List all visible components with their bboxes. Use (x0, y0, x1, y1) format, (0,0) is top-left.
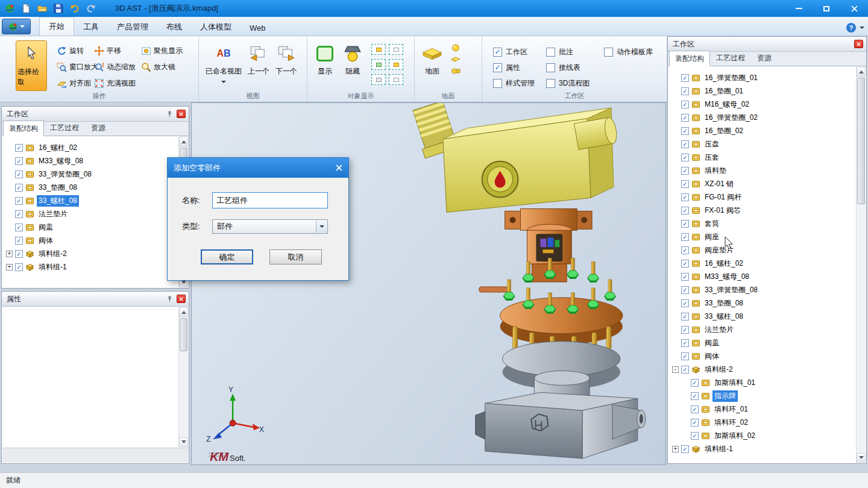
tree-item-label[interactable]: 压套 (703, 152, 721, 163)
expand-toggle-icon[interactable]: + (6, 251, 13, 257)
visibility-checkbox[interactable] (681, 220, 689, 228)
named-views-button[interactable]: AB 已命名视图 (203, 39, 245, 87)
tree-item-label[interactable]: 填料组-2 (37, 248, 69, 260)
toggle-annotations[interactable]: 批注 (546, 47, 604, 57)
tree-item-label[interactable]: M33_螺母_08 (37, 155, 85, 167)
tree-item[interactable]: 压套 (668, 151, 856, 164)
visibility-checkbox[interactable] (681, 233, 689, 241)
tree-item[interactable]: + 填料组-1 (2, 260, 178, 274)
visibility-checkbox[interactable] (691, 379, 699, 387)
close-button[interactable] (840, 0, 868, 17)
visibility-checkbox[interactable] (681, 352, 689, 360)
tree-item-label[interactable]: 33_螺柱_08 (37, 195, 79, 207)
tree-item-label[interactable]: 加斯填料_02 (712, 430, 757, 442)
align-face-button[interactable]: 对齐面 (55, 78, 93, 89)
tree-item-label[interactable]: 16_垫圈_02 (703, 125, 745, 137)
ok-button[interactable]: 确定 (201, 249, 253, 264)
help-icon[interactable]: ? (846, 23, 856, 33)
tree-item-label[interactable]: M16_螺母_02 (703, 99, 751, 110)
visibility-checkbox[interactable] (15, 237, 23, 245)
toggle-properties[interactable]: 属性 (493, 63, 546, 73)
tab-tools[interactable]: 工具 (74, 18, 108, 36)
display-mode-toggle[interactable] (389, 59, 403, 70)
tree-item-label[interactable]: 填料组-1 (37, 261, 69, 273)
tree-item[interactable]: 填料环_02 (668, 416, 856, 429)
tree-item[interactable]: 16_垫圈_02 (668, 124, 856, 137)
visibility-checkbox[interactable] (681, 260, 689, 267)
expand-toggle-icon[interactable]: + (6, 264, 13, 271)
visibility-checkbox[interactable] (681, 313, 689, 321)
tree-item[interactable]: 阀体 (2, 234, 178, 247)
tree-item[interactable]: 填料环_01 (668, 402, 856, 416)
display-mode-toggle[interactable] (371, 74, 386, 85)
visibility-checkbox[interactable] (691, 419, 699, 427)
ground-sphere-icon[interactable] (451, 44, 461, 52)
tree-item[interactable]: 16_弹簧垫圈_01 (668, 71, 856, 84)
visibility-checkbox[interactable] (15, 157, 23, 165)
visibility-checkbox[interactable] (15, 197, 23, 205)
visibility-checkbox[interactable] (691, 392, 699, 400)
toggle-wiring-table[interactable]: 接线表 (546, 63, 604, 73)
ground-button[interactable]: 地面 (418, 39, 446, 78)
tab-human-model[interactable]: 人体模型 (191, 18, 241, 36)
tree-item-label[interactable]: 指示牌 (712, 390, 738, 402)
toggle-3d-flowchart[interactable]: 3D流程图 (546, 78, 604, 89)
visibility-checkbox[interactable] (681, 207, 689, 214)
tab-web[interactable]: Web (241, 20, 275, 36)
tree-item[interactable]: 套筒 (668, 217, 856, 230)
dynamic-zoom-button[interactable]: 动态缩放 (93, 61, 140, 73)
tree-item-label[interactable]: 33_弹簧垫圈_08 (37, 169, 93, 180)
visibility-checkbox[interactable] (681, 114, 689, 122)
tree-item-label[interactable]: XZ-01 销 (703, 178, 735, 190)
display-mode-toggle[interactable] (389, 44, 403, 55)
tree-item-label[interactable]: 填料组-1 (703, 443, 735, 455)
dialog-title-bar[interactable]: 添加空零部件 (168, 158, 348, 178)
tree-item[interactable]: 指示牌 (668, 389, 856, 402)
tree-item[interactable]: 阀座垫片 (668, 243, 856, 257)
tree-item-label[interactable]: M33_螺母_08 (703, 271, 751, 283)
open-file-button[interactable] (35, 2, 49, 15)
tree-item[interactable]: M16_螺母_02 (668, 98, 856, 111)
tree-item[interactable]: 加斯填料_01 (668, 376, 856, 389)
tree-item[interactable]: 填料垫 (668, 164, 856, 177)
ground-box-icon[interactable] (451, 67, 461, 75)
ribbon-collapse-icon[interactable] (860, 27, 864, 31)
visibility-checkbox[interactable] (15, 263, 23, 271)
tab-process[interactable]: 工艺过程 (710, 50, 751, 66)
focus-display-button[interactable]: 聚焦显示 (140, 45, 192, 57)
tree-item-label[interactable]: 法兰垫片 (37, 208, 69, 220)
expand-toggle-icon[interactable]: - (672, 366, 679, 373)
visibility-checkbox[interactable] (691, 432, 699, 440)
tree-item-label[interactable]: 16_弹簧垫圈_01 (703, 72, 760, 84)
scroll-up-arrow[interactable] (179, 307, 188, 317)
tree-item[interactable]: 33_螺柱_08 (668, 310, 856, 323)
tree-item[interactable]: + 填料组-2 (2, 247, 178, 260)
file-menu-button[interactable] (2, 19, 31, 34)
visibility-checkbox[interactable] (681, 246, 689, 254)
new-file-button[interactable] (19, 2, 33, 15)
tree-item-label[interactable]: 填料组-2 (703, 364, 735, 375)
visibility-checkbox[interactable] (681, 74, 689, 82)
visibility-checkbox[interactable] (15, 224, 23, 231)
tree-item[interactable]: M33_螺母_08 (2, 154, 178, 167)
ground-plane-icon[interactable] (451, 55, 461, 63)
tree-item[interactable]: 16_垫圈_01 (668, 84, 856, 98)
rotate-button[interactable]: 旋转 (55, 45, 93, 57)
tree-item[interactable]: 阀盖 (2, 221, 178, 234)
tree-item[interactable]: 16_弹簧垫圈_02 (668, 111, 856, 124)
tree-item[interactable]: 法兰垫片 (668, 323, 856, 336)
scroll-thumb[interactable] (180, 318, 187, 351)
tree-item-label[interactable]: 填料环_02 (712, 417, 750, 428)
tree-item-label[interactable]: 阀盖 (703, 337, 721, 349)
panel-close-button[interactable] (177, 295, 186, 303)
visibility-checkbox[interactable] (681, 87, 689, 95)
visibility-checkbox[interactable] (15, 170, 23, 178)
visibility-checkbox[interactable] (15, 250, 23, 258)
tree-item-label[interactable]: 16_垫圈_01 (703, 86, 745, 97)
display-mode-toggle[interactable] (389, 74, 403, 85)
undo-button[interactable] (68, 2, 82, 15)
visibility-checkbox[interactable] (681, 286, 689, 294)
tree-item[interactable]: 33_弹簧垫圈_08 (668, 283, 856, 296)
tree-item[interactable]: 阀盖 (668, 336, 856, 349)
tree-item[interactable]: 33_垫圈_08 (2, 181, 178, 194)
